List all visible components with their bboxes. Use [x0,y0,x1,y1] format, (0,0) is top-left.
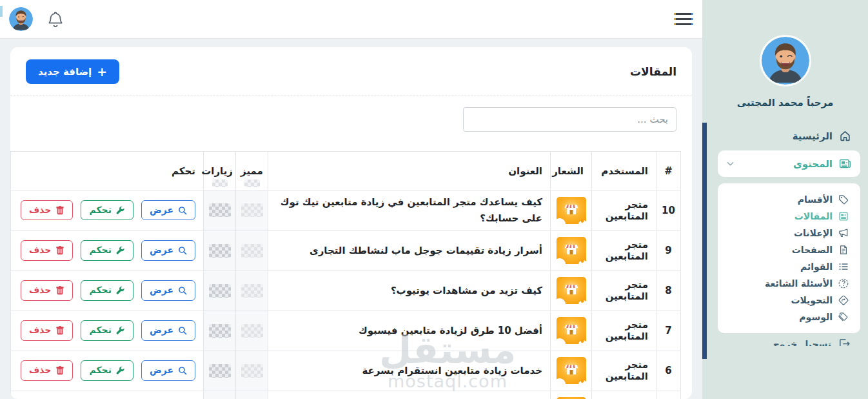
sidebar-item-home[interactable]: الرئيسية [710,124,860,148]
greeting-text: مرحباً محمد المجتبى [702,97,868,108]
sidebar-item-tags[interactable]: الوسوم [729,309,849,325]
content-area: المقالات + إضافة جديد [0,39,702,399]
sidebar-item-label: الرئيسية [793,130,833,142]
exit-door-icon [838,338,850,346]
sidebar-item-lists[interactable]: القوائم [729,258,849,275]
table-row: 5 متجر المتابعين كيف تزيد من لايكات فيسب… [11,391,681,399]
megaphone-icon [838,228,849,238]
column-header-actions: تحكم [11,152,204,190]
card-header: المقالات + إضافة جديد [10,47,692,96]
sidebar-item-logout[interactable]: تسجيل خروج [710,338,860,346]
control-button[interactable]: تحكم [81,360,133,380]
chevron-down-icon [727,161,734,167]
delete-button[interactable]: حذف [21,360,73,380]
home-icon [839,130,851,142]
store-logo [551,351,592,391]
table-header-row: # المستخدم الشعار العنوان مميز زيارات تح… [11,152,681,190]
column-header-featured: مميز [236,152,268,190]
delete-button[interactable]: حذف [21,280,73,300]
table-row: 10 متجر المتابعين كيف يساعدك متجر المتاب… [11,190,681,231]
store-logo [551,190,592,231]
sidebar-profile: مرحباً محمد المجتبى [702,0,868,108]
sidebar-item-redirects[interactable]: التحويلات [729,292,849,309]
censored-block [241,203,263,217]
censored-block [209,364,231,378]
file-icon [838,245,849,255]
control-button[interactable]: تحكم [81,320,133,340]
hamburger-menu-icon[interactable] [674,10,693,28]
censored-block [241,364,263,378]
wrench-icon [116,246,125,255]
view-button[interactable]: عرض [141,320,195,340]
censored-block [241,324,263,338]
trash-icon [55,286,64,295]
wrench-icon [116,206,125,215]
search-section [10,96,692,132]
wrench-icon [116,366,125,375]
censored-block [209,324,231,338]
newspaper-icon [839,158,851,170]
magnifier-icon [178,286,187,295]
table-row: 8 متجر المتابعين كيف تزيد من مشاهدات يوت… [11,271,681,311]
control-button[interactable]: تحكم [81,240,133,260]
censored-block [209,244,231,258]
articles-table: # المستخدم الشعار العنوان مميز زيارات تح… [10,151,681,399]
sidebar-nav: الرئيسية المحتوى الأقسام المقالات الإع [702,124,868,346]
topbar-avatar[interactable] [9,7,33,31]
store-logo [551,391,592,399]
trash-icon [55,246,64,255]
column-header-user: المستخدم [592,152,656,190]
main-area: المقالات + إضافة جديد [0,0,702,399]
sidebar-item-pages[interactable]: الصفحات [729,241,849,258]
question-icon [838,278,849,289]
tag-icon [838,194,849,205]
search-input[interactable] [463,107,676,132]
censored-block [212,179,228,187]
view-button[interactable]: عرض [141,360,195,380]
store-logo [551,271,592,311]
sidebar-logout-clipped: تسجيل خروج [710,338,860,346]
topbar [0,0,702,39]
plus-icon: + [97,67,107,76]
trash-icon [55,206,64,215]
bell-icon[interactable] [47,11,64,28]
wrench-icon [116,326,125,335]
turn-sign-icon [838,295,849,305]
column-header-logo: الشعار [551,152,592,190]
sidebar-item-content[interactable]: المحتوى [718,150,860,177]
sidebar-scrollbar[interactable] [702,123,707,359]
page-title: المقالات [630,65,676,78]
list-icon [838,261,849,272]
sidebar-submenu: الأقسام المقالات الإعلانات الصفحات القوا… [718,183,860,333]
sidebar-item-sections[interactable]: الأقسام [729,191,849,208]
wrench-icon [116,286,125,295]
trash-icon [55,366,64,375]
magnifier-icon [178,366,187,375]
delete-button[interactable]: حذف [21,240,73,260]
control-button[interactable]: تحكم [81,200,133,220]
magnifier-icon [178,246,187,255]
user-avatar [760,35,811,87]
add-new-button[interactable]: + إضافة جديد [26,59,119,84]
sidebar-item-faq[interactable]: الأسئلة الشائعة [729,275,849,292]
delete-button[interactable]: حذف [21,320,73,340]
sidebar-item-ads[interactable]: الإعلانات [729,225,849,241]
delete-button[interactable]: حذف [21,200,73,220]
store-logo [551,230,592,271]
sidebar-item-label: المحتوى [793,158,833,170]
view-button[interactable]: عرض [141,280,195,300]
censored-block [241,284,263,298]
control-button[interactable]: تحكم [81,280,133,300]
sidebar-item-articles[interactable]: المقالات [729,208,849,225]
table-row: 7 متجر المتابعين أفضل 10 طرق لزيادة متاب… [11,311,681,351]
censored-block [241,244,263,258]
sidebar: مرحباً محمد المجتبى الرئيسية المحتوى الأ… [702,0,868,399]
articles-card: المقالات + إضافة جديد [10,47,692,399]
app-root: مرحباً محمد المجتبى الرئيسية المحتوى الأ… [0,0,868,399]
magnifier-icon [178,206,187,215]
censored-block [244,179,260,187]
table-row: 9 متجر المتابعين أسرار زيادة تقييمات جوج… [11,230,681,271]
view-button[interactable]: عرض [141,200,195,220]
view-button[interactable]: عرض [141,240,195,260]
trash-icon [55,326,64,335]
